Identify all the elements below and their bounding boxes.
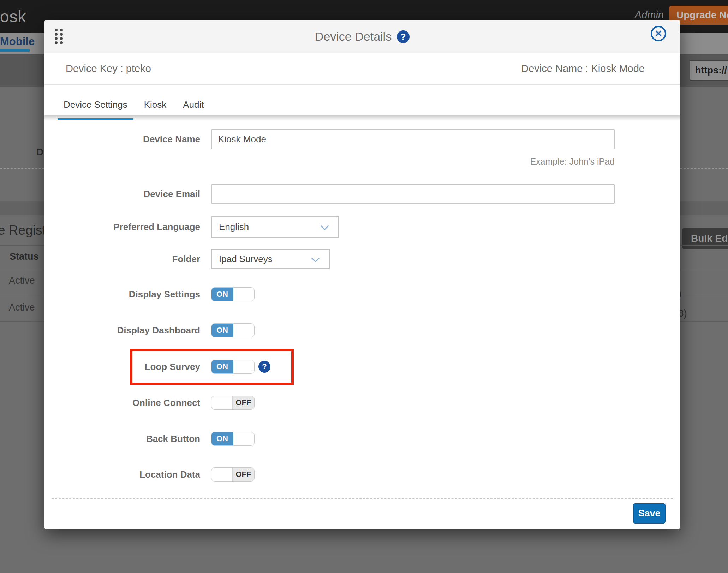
tabs-shadow bbox=[44, 115, 680, 121]
location-data-toggle[interactable]: OFF bbox=[211, 467, 255, 482]
background-section-title-fragment: e Registr bbox=[0, 223, 50, 238]
help-icon[interactable]: ? bbox=[397, 30, 410, 43]
device-email-input[interactable] bbox=[211, 184, 615, 204]
device-key-row: Device Key : pteko Device Name : Kiosk M… bbox=[44, 53, 680, 85]
table-row-status: Active bbox=[9, 275, 35, 286]
modal-title-wrap: Device Details ? bbox=[44, 20, 680, 53]
device-name-hint: Example: John's iPad bbox=[211, 156, 615, 167]
close-icon[interactable]: ✕ bbox=[651, 26, 666, 41]
online-connect-toggle[interactable]: OFF bbox=[211, 396, 255, 410]
modal-header: Device Details ? ✕ bbox=[44, 20, 680, 53]
tab-mobile-underline bbox=[0, 49, 30, 52]
device-email-label: Device Email bbox=[44, 184, 200, 204]
save-button[interactable]: Save bbox=[633, 503, 666, 524]
url-field[interactable]: https:// bbox=[690, 60, 728, 81]
device-name-text: Device Name : Kiosk Mode bbox=[521, 63, 645, 75]
table-row-status: Active bbox=[9, 302, 35, 313]
display-settings-toggle[interactable]: ON bbox=[211, 287, 255, 301]
tab-audit[interactable]: Audit bbox=[177, 94, 210, 115]
app-brand-fragment: osk bbox=[0, 7, 26, 26]
preferred-language-label: Preferred Language bbox=[44, 216, 200, 238]
preferred-language-select[interactable]: English bbox=[211, 216, 339, 238]
device-key-text: Device Key : pteko bbox=[66, 63, 151, 75]
device-name-input[interactable] bbox=[211, 129, 615, 149]
tab-mobile[interactable]: Mobile bbox=[0, 35, 35, 48]
chevron-down-icon bbox=[320, 221, 329, 230]
back-button-label: Back Button bbox=[44, 432, 200, 446]
display-settings-label: Display Settings bbox=[44, 287, 200, 301]
bulk-edit-button[interactable]: Bulk Edit bbox=[682, 228, 728, 249]
tab-kiosk[interactable]: Kiosk bbox=[138, 94, 173, 115]
device-details-modal: Device Details ? ✕ Device Key : pteko De… bbox=[44, 20, 680, 529]
display-dashboard-toggle[interactable]: ON bbox=[211, 323, 255, 337]
display-dashboard-label: Display Dashboard bbox=[44, 323, 200, 337]
folder-label: Folder bbox=[44, 249, 200, 269]
loop-survey-toggle[interactable]: ON bbox=[211, 360, 255, 374]
location-data-label: Location Data bbox=[44, 467, 200, 482]
modal-title: Device Details bbox=[315, 30, 392, 43]
admin-link[interactable]: Admin bbox=[635, 9, 664, 21]
background-heading-fragment: D bbox=[36, 147, 43, 158]
loop-survey-label: Loop Survey bbox=[44, 360, 200, 374]
modal-tabs: Device Settings Kiosk Audit bbox=[44, 85, 680, 115]
online-connect-label: Online Connect bbox=[44, 396, 200, 410]
chevron-down-icon bbox=[311, 254, 320, 262]
back-button-toggle[interactable]: ON bbox=[211, 432, 255, 446]
folder-select[interactable]: Ipad Surveys bbox=[211, 249, 330, 269]
loop-survey-help-icon[interactable]: ? bbox=[258, 361, 270, 373]
tab-device-settings[interactable]: Device Settings bbox=[58, 94, 133, 115]
footer-dashed-divider bbox=[52, 498, 673, 499]
status-column-header: Status bbox=[10, 251, 39, 262]
device-name-label: Device Name bbox=[44, 129, 200, 149]
